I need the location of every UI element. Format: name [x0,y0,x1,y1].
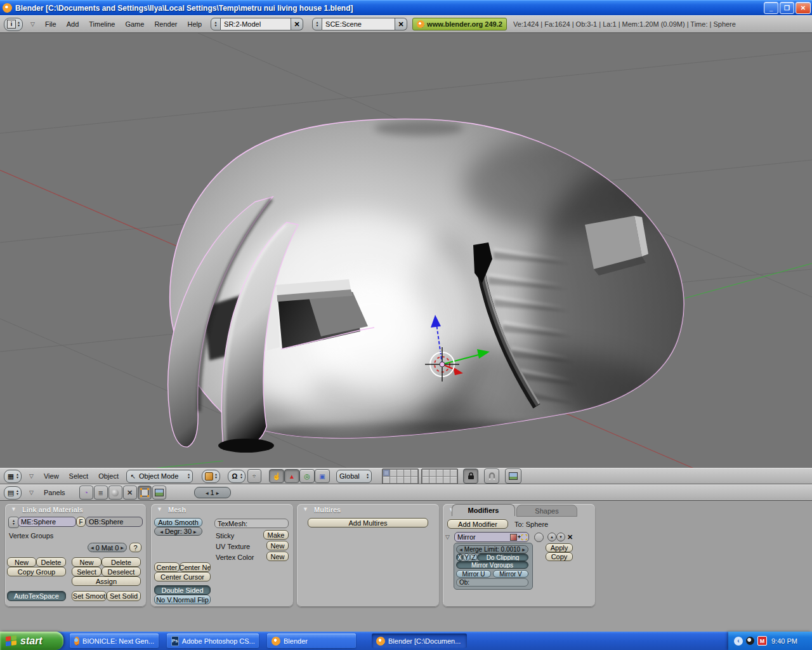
degr-field[interactable]: ◀ Degr: 30 ▶ [154,527,202,536]
uv-new-button[interactable]: New [266,541,289,550]
lock-layers-button[interactable] [463,468,478,484]
start-button[interactable]: start [0,632,63,650]
modifier-render-icon[interactable] [510,534,517,541]
vgroup-new-button[interactable]: New [7,557,36,567]
rotate-manipulator-button[interactable]: ◎ [299,469,315,483]
manipulator-toggle-button[interactable]: ☝ [269,469,284,483]
pivot-dropdown[interactable]: Ω ▴▾ [228,470,246,483]
viewport-window-type-selector[interactable]: ▦ ▴▾ [4,470,22,483]
set-smooth-button[interactable]: Set Smoot [72,591,107,601]
screen-name-field[interactable]: SR:2-Model [221,18,291,30]
layer-cell[interactable] [397,470,403,476]
mat-right-arrow-icon[interactable]: ▶ [121,545,124,550]
tab-modifiers[interactable]: Modifiers [452,504,515,516]
screen-delete-button[interactable]: ✕ [291,18,303,30]
render-preview-button[interactable] [505,468,521,484]
mirror-ob-field[interactable]: Ob: [456,578,528,587]
title-bar[interactable]: Blender [C:\Documents and Settings\Ilya\… [0,0,812,15]
panel-collapse-icon[interactable]: ▼ [303,506,308,512]
object-context-button[interactable]: ✕ [123,486,137,500]
layer-cell[interactable] [390,477,396,483]
logic-context-button[interactable]: ◔ [79,486,93,500]
snap-button[interactable] [484,468,499,484]
vcol-new-button[interactable]: New [266,552,289,561]
texmesh-field[interactable]: TexMesh: [214,519,289,528]
center-new-button[interactable]: Center Ne [180,562,211,572]
3d-viewport[interactable]: Z (1) Sphere [0,33,812,468]
model-sphere[interactable] [168,119,720,456]
object-name-field[interactable]: OB:Sphere [86,517,143,527]
buttons-window-type-selector[interactable]: ▤ ▴▾ [4,486,22,500]
scale-manipulator-button[interactable]: ▣ [315,469,330,483]
layer-cell[interactable] [383,470,390,476]
scene-selector[interactable]: ▴▾ SCE:Scene ✕ [312,18,407,30]
buttons-collapse-icon[interactable]: ▽ [29,489,34,496]
auto-smooth-toggle[interactable]: Auto Smooth [154,518,202,527]
merge-right-arrow-icon[interactable]: ▶ [522,547,525,552]
apply-button[interactable]: Apply [546,543,573,552]
add-modifier-button[interactable]: Add Modifier [447,519,508,529]
mesh-name-field[interactable]: ME:Sphere [18,517,76,527]
double-sided-toggle[interactable]: Double Sided [154,585,211,595]
frame-right-arrow-icon[interactable]: ▶ [216,491,219,495]
layer-cell[interactable] [429,477,436,483]
layer-cell[interactable] [443,470,450,476]
merge-limit-field[interactable]: ◀ Merge Limit: 0.0010 ▶ [456,545,528,554]
menu-render[interactable]: Render [154,20,177,28]
layer-cell[interactable] [411,470,417,476]
mode-dropdown[interactable]: ↖ Object Mode ▴▾ [126,470,193,483]
layer-cell[interactable] [404,470,410,476]
layer-cell[interactable] [422,477,429,483]
copy-group-button[interactable]: Copy Group [7,567,66,576]
layer-cell[interactable] [450,477,457,483]
modifier-realtime-icon[interactable] [521,534,527,540]
panel-multires[interactable]: ▼ Multires Add Multires [297,504,439,607]
layer-grid-right[interactable] [421,468,458,484]
layer-cell[interactable] [429,470,436,476]
layer-cell[interactable] [397,477,403,483]
merge-left-arrow-icon[interactable]: ◀ [459,547,462,552]
material-index-field[interactable]: ◀ 0 Mat 0 ▶ [88,543,127,552]
modifier-move-up-button[interactable]: ▲ [547,533,556,541]
draw-mode-dropdown[interactable]: ▴▾ [202,470,220,483]
modifier-circle-button[interactable] [534,533,544,542]
autotexspace-toggle[interactable]: AutoTexSpace [7,591,66,601]
vgroup-delete-button[interactable]: Delete [36,557,66,567]
sticky-make-button[interactable]: Make [263,530,289,540]
header-collapse-icon[interactable]: ▽ [30,21,35,27]
layer-cell[interactable] [436,477,443,483]
copy-button[interactable]: Copy [546,552,573,561]
layer-cell[interactable] [404,477,410,483]
select-button[interactable]: Select [72,567,102,576]
scene-name-field[interactable]: SCE:Scene [322,18,395,30]
screen-selector[interactable]: ▴▾ SR:2-Model ✕ [211,18,303,30]
task-bionicle[interactable]: BIONICLE: Next Gen... [70,633,159,648]
mirror-y-toggle[interactable]: Y [463,554,470,561]
set-solid-button[interactable]: Set Solid [107,591,141,601]
menu-view[interactable]: View [44,472,59,480]
editing-context-button[interactable] [138,486,152,500]
scene-browse-icon[interactable]: ▴▾ [312,18,322,30]
modifier-editmode-icon[interactable]: + [518,534,521,540]
modifier-move-down-button[interactable]: ▼ [556,533,565,541]
mat-new-button[interactable]: New [72,557,102,567]
mirror-vgroups-toggle[interactable]: Mirror Vgroups [456,561,528,569]
script-context-button[interactable]: ≣ [94,486,108,500]
material-help-button[interactable]: ? [129,543,141,552]
panel-modifiers[interactable]: ▼ Modifiers Shapes Add Modifier To: Sphe… [443,504,595,607]
shading-context-button[interactable] [108,486,122,500]
layer-cell[interactable] [390,470,396,476]
menu-help[interactable]: Help [187,20,202,28]
mirror-u-toggle[interactable]: Mirror U [456,570,491,578]
center-button[interactable]: Center [154,562,180,572]
pivot-align-button[interactable]: ⁘ [247,469,261,483]
menu-select[interactable]: Select [69,472,89,480]
frame-number-field[interactable]: ◀ 1 ▶ [194,487,231,498]
layer-grid-left[interactable] [382,468,419,484]
tab-shapes[interactable]: Shapes [516,505,577,517]
window-type-selector[interactable]: i ▴▾ [4,18,23,31]
menu-file[interactable]: File [45,20,56,28]
mat-left-arrow-icon[interactable]: ◀ [91,545,94,550]
steam-tray-icon[interactable] [746,637,754,645]
layer-cell[interactable] [450,470,457,476]
